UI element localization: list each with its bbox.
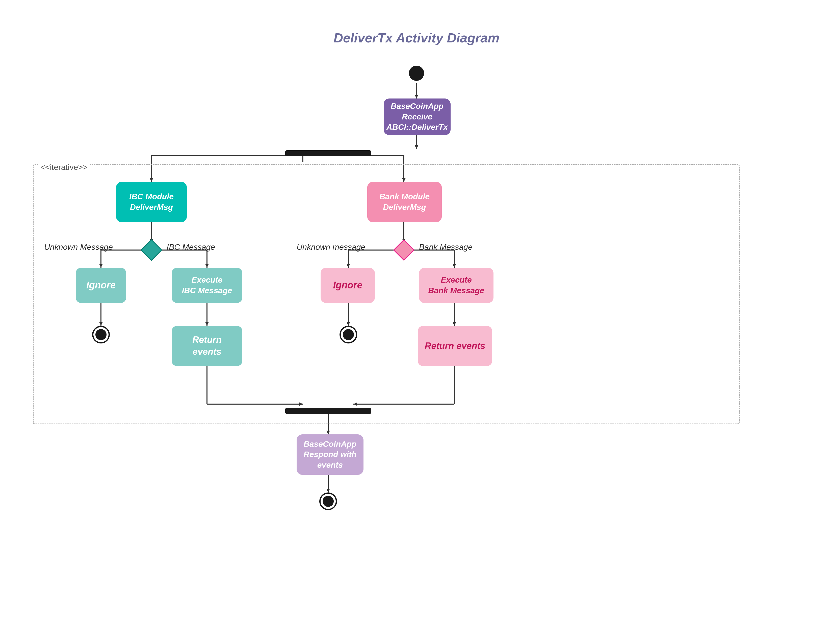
bank-module-box: Bank Module DeliverMsg bbox=[367, 182, 442, 222]
start-circle bbox=[409, 66, 424, 81]
ibc-module-box: IBC Module DeliverMsg bbox=[116, 182, 187, 222]
end-circle-bank-ignore bbox=[339, 326, 357, 343]
unknown-message-bank-label: Unknown message bbox=[297, 242, 365, 252]
bank-message-label: Bank Message bbox=[419, 242, 473, 252]
svg-marker-44 bbox=[326, 489, 330, 493]
end-circle-ibc-ignore bbox=[92, 326, 110, 343]
execute-bank-box: Execute Bank Message bbox=[419, 268, 494, 303]
bottom-sync-bar bbox=[285, 408, 371, 414]
iterative-label: <<iterative>> bbox=[38, 162, 90, 173]
return-events-ibc-box: Return events bbox=[172, 326, 242, 366]
svg-marker-42 bbox=[326, 431, 330, 435]
svg-marker-3 bbox=[415, 145, 418, 149]
svg-marker-1 bbox=[415, 95, 418, 98]
unknown-message-ibc-label: Unknown Message bbox=[44, 242, 113, 252]
basecoin-receive-box: BaseCoinApp Receive ABCI::DeliverTx bbox=[384, 98, 450, 135]
end-circle-final bbox=[319, 493, 337, 510]
ignore-ibc-box: Ignore bbox=[76, 268, 126, 303]
ibc-message-label: IBC Message bbox=[167, 242, 215, 252]
top-sync-bar bbox=[285, 150, 371, 156]
diagram-container: DeliverTx Activity Diagram bbox=[0, 0, 833, 644]
diagram-title: DeliverTx Activity Diagram bbox=[333, 30, 499, 45]
return-events-bank-box: Return events bbox=[418, 326, 492, 366]
execute-ibc-box: Execute IBC Message bbox=[172, 268, 242, 303]
ignore-bank-box: Ignore bbox=[321, 268, 375, 303]
basecoin-respond-box: BaseCoinApp Respond with events bbox=[297, 435, 363, 475]
